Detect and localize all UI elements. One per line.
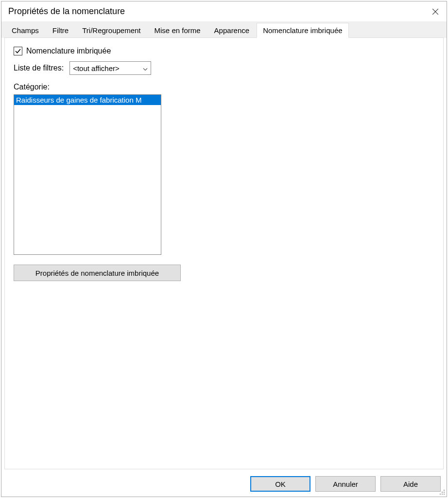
filter-list-dropdown[interactable]: <tout afficher> <box>69 61 151 75</box>
ok-button[interactable]: OK <box>250 476 310 492</box>
tab-champs[interactable]: Champs <box>5 23 45 38</box>
nested-schedule-properties-button[interactable]: Propriétés de nomenclature imbriquée <box>14 265 181 281</box>
dropdown-value: <tout afficher> <box>73 64 120 72</box>
filter-list-label: Liste de filtres: <box>14 64 64 72</box>
titlebar: Propriétés de la nomenclature <box>1 1 447 21</box>
tab-nomenclature-imbriquee[interactable]: Nomenclature imbriquée <box>257 23 348 38</box>
list-item[interactable]: Raidisseurs de gaines de fabrication M <box>14 95 161 105</box>
dialog-window: Propriétés de la nomenclature Champs Fil… <box>1 1 447 497</box>
resize-grip[interactable] <box>439 489 446 496</box>
dialog-footer: OK Annuler Aide <box>1 472 447 497</box>
chevron-down-icon <box>143 64 148 72</box>
window-title: Propriétés de la nomenclature <box>8 5 125 17</box>
checkbox-row: Nomenclature imbriquée <box>14 47 434 55</box>
checkmark-icon <box>15 48 21 54</box>
close-icon <box>432 9 438 15</box>
help-button[interactable]: Aide <box>380 476 441 492</box>
tab-filtre[interactable]: Filtre <box>46 23 75 38</box>
tab-apparence[interactable]: Apparence <box>208 23 256 38</box>
cancel-button[interactable]: Annuler <box>315 476 376 492</box>
tab-tri-regroupement[interactable]: Tri/Regroupement <box>76 23 147 38</box>
category-listbox[interactable]: Raidisseurs de gaines de fabrication M <box>14 94 161 255</box>
tab-mise-en-forme[interactable]: Mise en forme <box>148 23 207 38</box>
close-button[interactable] <box>431 7 440 16</box>
checkbox-label: Nomenclature imbriquée <box>26 47 111 55</box>
filter-row: Liste de filtres: <tout afficher> <box>14 61 434 75</box>
category-label: Catégorie: <box>14 83 434 91</box>
tab-panel: Nomenclature imbriquée Liste de filtres:… <box>4 37 444 469</box>
nested-schedule-checkbox[interactable] <box>14 47 22 55</box>
tabstrip: Champs Filtre Tri/Regroupement Mise en f… <box>1 21 447 38</box>
